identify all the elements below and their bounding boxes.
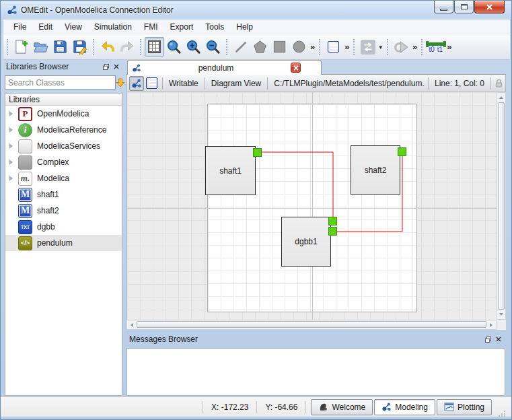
library-item-dgbb[interactable]: TXT dgbb xyxy=(5,219,122,235)
tlm-overflow-button[interactable]: » xyxy=(445,42,452,52)
menu-tools[interactable]: Tools xyxy=(199,20,230,34)
close-dock-button[interactable] xyxy=(111,62,121,71)
open-folder-icon xyxy=(33,39,48,55)
minimize-button[interactable] xyxy=(434,1,453,13)
library-item-complex[interactable]: Complex xyxy=(5,154,122,170)
float-dock-button[interactable] xyxy=(101,62,111,71)
text-view-icon xyxy=(146,77,157,89)
polygon-icon xyxy=(252,39,268,55)
menu-view[interactable]: View xyxy=(59,20,88,34)
toolbar-handle[interactable] xyxy=(319,39,322,55)
search-options-button[interactable] xyxy=(116,75,125,90)
expand-caret-icon[interactable] xyxy=(9,176,13,181)
open-model-button[interactable] xyxy=(31,37,50,57)
library-item-modelica[interactable]: m. Modelica xyxy=(5,170,122,186)
toolbar-handle[interactable] xyxy=(353,39,356,55)
tab-close-button[interactable] xyxy=(291,63,301,73)
messages-content[interactable] xyxy=(126,348,505,396)
toolbar-handle[interactable] xyxy=(387,39,390,55)
plotting-perspective-button[interactable]: Plotting xyxy=(437,399,492,415)
scroll-down-icon[interactable] xyxy=(497,310,505,319)
library-item-openmodelica[interactable]: P OpenModelica xyxy=(5,106,122,122)
menu-fmi[interactable]: FMI xyxy=(138,20,164,34)
new-model-button[interactable] xyxy=(11,37,31,57)
vertical-scrollbar[interactable] xyxy=(497,92,506,320)
rectangle-tool-button[interactable] xyxy=(270,37,289,57)
simulate-icon xyxy=(394,39,409,55)
simulate-button[interactable] xyxy=(392,37,411,57)
tab-pendulum[interactable]: pendulum xyxy=(127,60,322,75)
horizontal-scroll-thumb[interactable] xyxy=(137,321,486,328)
close-button[interactable] xyxy=(474,1,505,13)
toolbar-handle[interactable] xyxy=(140,39,143,55)
expand-caret-icon[interactable] xyxy=(9,143,13,149)
toolbar-handle[interactable] xyxy=(226,39,229,55)
diagram-canvas[interactable]: shaft1 shaft2 dgbb1 xyxy=(126,92,497,320)
component-dgbb1[interactable]: dgbb1 xyxy=(281,217,331,267)
undo-button[interactable] xyxy=(98,37,117,57)
library-item-shaft1[interactable]: M shaft1 xyxy=(5,186,122,203)
plotting-icon xyxy=(444,402,454,412)
modeling-perspective-button[interactable]: Modeling xyxy=(374,399,435,415)
resize-grip[interactable] xyxy=(498,409,506,417)
connect-mode-button[interactable] xyxy=(358,37,377,57)
redo-button[interactable] xyxy=(117,37,137,57)
new-file-icon xyxy=(13,39,29,55)
writable-button[interactable]: Writable xyxy=(166,79,201,88)
reset-zoom-button[interactable] xyxy=(164,37,184,57)
titlebar[interactable]: OMEdit - OpenModelica Connection Editor xyxy=(1,1,512,20)
format-button[interactable] xyxy=(324,37,343,57)
library-item-pendulum[interactable]: </> pendulum xyxy=(5,235,122,251)
libraries-browser-dock: Libraries Browser xyxy=(3,60,124,396)
ellipse-tool-button[interactable] xyxy=(289,37,309,57)
connect-dropdown-button[interactable]: ▾ xyxy=(377,44,383,50)
search-classes-input[interactable] xyxy=(5,75,116,90)
line-tool-button[interactable] xyxy=(231,37,250,57)
toolbar-handle[interactable] xyxy=(93,39,96,55)
menu-file[interactable]: File xyxy=(7,20,32,34)
save-as-button[interactable] xyxy=(70,37,89,57)
expand-caret-icon[interactable] xyxy=(9,160,13,165)
component-shaft2[interactable]: shaft2 xyxy=(351,145,400,195)
library-item-modelicaservices[interactable]: ModelicaServices xyxy=(5,138,122,154)
format-overflow-button[interactable]: » xyxy=(343,42,350,52)
vertical-scroll-thumb[interactable] xyxy=(498,102,505,310)
menu-help[interactable]: Help xyxy=(230,20,259,34)
polygon-tool-button[interactable] xyxy=(250,37,270,57)
horizontal-scrollbar[interactable] xyxy=(126,320,497,330)
zoom-out-button[interactable] xyxy=(203,37,223,57)
text-view-button[interactable] xyxy=(144,76,159,91)
close-dock-button[interactable] xyxy=(493,335,503,344)
tlm-icon: t0t1 xyxy=(427,41,445,53)
menu-simulation[interactable]: Simulation xyxy=(88,20,138,34)
simulate-overflow-button[interactable]: » xyxy=(411,42,418,52)
save-button[interactable] xyxy=(50,37,70,57)
connector-shaft2[interactable] xyxy=(398,147,406,156)
scroll-up-icon[interactable] xyxy=(497,93,505,102)
toolbar-handle[interactable] xyxy=(7,39,9,55)
scroll-right-icon[interactable] xyxy=(486,320,496,329)
expand-caret-icon[interactable] xyxy=(9,111,13,116)
library-item-shaft2[interactable]: M shaft2 xyxy=(5,203,122,219)
connector-dgbb1-top[interactable] xyxy=(328,217,337,225)
menu-export[interactable]: Export xyxy=(164,20,200,34)
shapes-overflow-button[interactable]: » xyxy=(309,42,316,52)
maximize-button[interactable] xyxy=(454,1,474,13)
toolbar-handle[interactable] xyxy=(421,39,424,55)
connector-shaft1[interactable] xyxy=(253,148,262,157)
library-item-modelicareference[interactable]: i ModelicaReference xyxy=(5,122,122,138)
toggle-grid-button[interactable] xyxy=(145,37,164,57)
zoom-in-button[interactable] xyxy=(184,37,203,57)
openmodelica-icon: P xyxy=(18,107,32,121)
menu-edit[interactable]: Edit xyxy=(32,20,59,34)
diagram-view-button[interactable] xyxy=(129,76,144,91)
tlm-cosimulation-button[interactable]: t0t1 xyxy=(426,37,445,57)
connection-line-shaft1-dgbb1[interactable] xyxy=(262,152,333,217)
minimize-icon xyxy=(440,9,447,11)
welcome-perspective-button[interactable]: Welcome xyxy=(311,399,373,415)
component-shaft1[interactable]: shaft1 xyxy=(205,146,256,195)
connector-dgbb1-bottom[interactable] xyxy=(328,227,337,236)
expand-caret-icon[interactable] xyxy=(9,127,13,133)
float-dock-button[interactable] xyxy=(483,335,493,344)
scroll-left-icon[interactable] xyxy=(127,320,137,329)
